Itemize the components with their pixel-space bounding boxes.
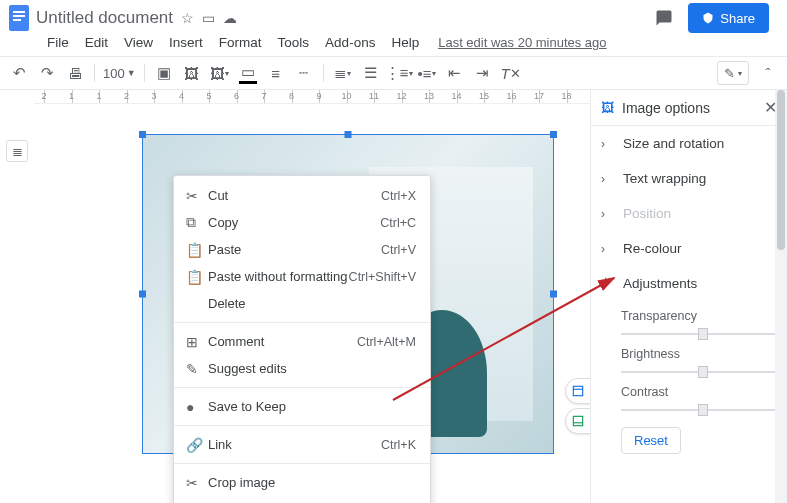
scrollbar-thumb[interactable] — [777, 90, 785, 250]
list-dropdown[interactable]: ⋮≡▾ — [386, 60, 412, 86]
ctx-link[interactable]: 🔗LinkCtrl+K — [174, 431, 430, 458]
ruler-label: 16 — [506, 91, 516, 101]
resize-handle-w[interactable] — [139, 291, 146, 298]
section-text-wrapping[interactable]: ›Text wrapping — [591, 161, 787, 196]
menu-format[interactable]: Format — [212, 33, 269, 52]
ctx-icon: 📋 — [186, 242, 208, 258]
share-button-label: Share — [720, 11, 755, 26]
menu-help[interactable]: Help — [384, 33, 426, 52]
show-outline-button[interactable]: ≣ — [6, 140, 28, 162]
ruler-label: 8 — [289, 91, 294, 101]
ctx-delete[interactable]: Delete — [174, 290, 430, 317]
menu-view[interactable]: View — [117, 33, 160, 52]
ctx-label: Comment — [208, 334, 357, 349]
menu-tools[interactable]: Tools — [271, 33, 317, 52]
brightness-slider[interactable] — [621, 365, 775, 379]
docs-logo[interactable] — [6, 1, 32, 35]
ctx-icon: ✎ — [186, 361, 208, 377]
ctx-icon: ⊞ — [186, 334, 208, 350]
vertical-scrollbar[interactable] — [775, 90, 787, 503]
contrast-label: Contrast — [621, 385, 775, 399]
move-icon[interactable]: ▭ — [202, 10, 215, 26]
ctx-label: Save to Keep — [208, 399, 416, 414]
clear-format-button[interactable]: T✕ — [498, 60, 524, 86]
ctx-label: Cut — [208, 188, 381, 203]
contrast-slider[interactable] — [621, 403, 775, 417]
indent-button[interactable]: ⇥ — [470, 60, 496, 86]
ruler-label: 18 — [561, 91, 571, 101]
cloud-status-icon[interactable]: ☁ — [223, 10, 237, 26]
last-edit-link[interactable]: Last edit was 20 minutes ago — [438, 35, 606, 50]
ctx-label: Copy — [208, 215, 380, 230]
svg-rect-1 — [13, 11, 25, 13]
ctx-comment[interactable]: ⊞CommentCtrl+Alt+M — [174, 328, 430, 355]
svg-rect-3 — [13, 19, 21, 21]
ruler-label: 4 — [179, 91, 184, 101]
ruler-label: 2 — [41, 91, 46, 101]
panel-title: Image options — [622, 100, 756, 116]
ctx-label: Crop image — [208, 475, 416, 490]
margin-align-top-button[interactable] — [565, 378, 590, 404]
ruler-label: 17 — [534, 91, 544, 101]
border-weight-button[interactable]: ≡ — [263, 60, 289, 86]
open-comments-button[interactable] — [650, 4, 678, 32]
svg-rect-4 — [573, 386, 582, 395]
toolbar: ↶ ↷ 🖶 100▼ ▣ 🖼 🖼▾ ▭ ≡ ┄ ≣▾ ☰ ⋮≡▾ •≡▾ ⇤ ⇥… — [0, 56, 787, 90]
document-title[interactable]: Untitled document — [36, 8, 173, 28]
border-dash-button[interactable]: ┄ — [291, 60, 317, 86]
ctx-copy[interactable]: ⧉CopyCtrl+C — [174, 209, 430, 236]
ctx-icon: ✂ — [186, 188, 208, 204]
editing-mode-dropdown[interactable]: ✎▾ — [717, 61, 749, 85]
section-adjustments[interactable]: ›Adjustments — [591, 266, 787, 301]
section-size-rotation[interactable]: ›Size and rotation — [591, 126, 787, 161]
menu-edit[interactable]: Edit — [78, 33, 115, 52]
ctx-paste[interactable]: 📋PasteCtrl+V — [174, 236, 430, 263]
crop-button[interactable]: ▣ — [151, 60, 177, 86]
ruler-label: 2 — [124, 91, 129, 101]
reset-adjustments-button[interactable]: Reset — [621, 427, 681, 454]
redo-button[interactable]: ↷ — [34, 60, 60, 86]
star-icon[interactable]: ☆ — [181, 10, 194, 26]
ctx-crop-image[interactable]: ✂Crop image — [174, 469, 430, 496]
ctx-separator — [174, 322, 430, 323]
ctx-paste-without-formatting[interactable]: 📋Paste without formattingCtrl+Shift+V — [174, 263, 430, 290]
undo-button[interactable]: ↶ — [6, 60, 32, 86]
ctx-icon: 🔗 — [186, 437, 208, 453]
horizontal-ruler[interactable]: 21123456789101112131415161718 — [34, 90, 590, 104]
ruler-label: 9 — [316, 91, 321, 101]
collapse-toolbar-button[interactable]: ˆ — [755, 60, 781, 86]
resize-handle-e[interactable] — [550, 291, 557, 298]
transparency-slider[interactable] — [621, 327, 775, 341]
brightness-label: Brightness — [621, 347, 775, 361]
share-button[interactable]: Share — [688, 3, 769, 33]
align-dropdown[interactable]: ≣▾ — [330, 60, 356, 86]
zoom-dropdown[interactable]: 100▼ — [101, 66, 138, 81]
ctx-separator — [174, 387, 430, 388]
print-button[interactable]: 🖶 — [62, 60, 88, 86]
ruler-label: 3 — [151, 91, 156, 101]
menu-insert[interactable]: Insert — [162, 33, 210, 52]
menu-file[interactable]: File — [40, 33, 76, 52]
ctx-suggest-edits[interactable]: ✎Suggest edits — [174, 355, 430, 382]
resize-handle-nw[interactable] — [139, 131, 146, 138]
ruler-label: 1 — [69, 91, 74, 101]
resize-handle-ne[interactable] — [550, 131, 557, 138]
line-spacing-button[interactable]: ☰ — [358, 60, 384, 86]
ruler-label: 1 — [96, 91, 101, 101]
ctx-cut[interactable]: ✂CutCtrl+X — [174, 182, 430, 209]
ctx-replace-image[interactable]: Replace image▶ — [174, 496, 430, 503]
section-recolour[interactable]: ›Re-colour — [591, 231, 787, 266]
border-color-button[interactable]: ▭ — [235, 60, 261, 86]
ctx-shortcut: Ctrl+Alt+M — [357, 335, 416, 349]
ctx-icon: ● — [186, 399, 208, 415]
ctx-shortcut: Ctrl+C — [380, 216, 416, 230]
replace-image-dropdown[interactable]: 🖼▾ — [207, 60, 233, 86]
image-options-button[interactable]: 🖼 — [179, 60, 205, 86]
ctx-save-to-keep[interactable]: ●Save to Keep — [174, 393, 430, 420]
bullet-dropdown[interactable]: •≡▾ — [414, 60, 440, 86]
outdent-button[interactable]: ⇤ — [442, 60, 468, 86]
menu-addons[interactable]: Add-ons — [318, 33, 382, 52]
margin-align-bottom-button[interactable] — [565, 408, 590, 434]
ruler-label: 6 — [234, 91, 239, 101]
resize-handle-n[interactable] — [345, 131, 352, 138]
